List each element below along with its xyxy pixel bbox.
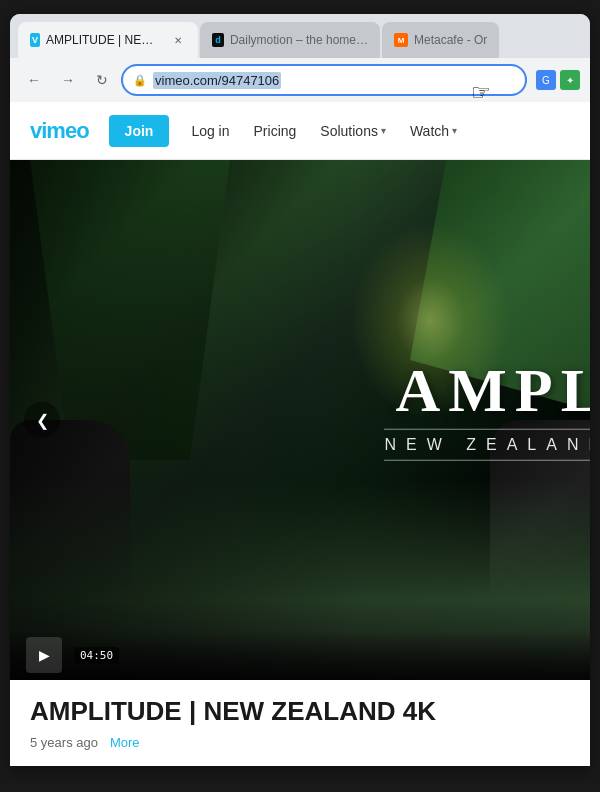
reload-button[interactable]: ↻ [88,66,116,94]
pricing-link[interactable]: Pricing [244,115,307,147]
vimeo-navbar: vimeo Join Log in Pricing Solutions ▾ Wa… [10,102,590,160]
extensions-area: G ✦ [536,70,580,90]
tab-dailymotion[interactable]: d Dailymotion – the home for vid [200,22,380,58]
join-button[interactable]: Join [109,115,170,147]
video-meta: 5 years ago More [30,735,570,750]
url-highlighted: vimeo.com/94747106 [153,72,281,89]
watch-link[interactable]: Watch ▾ [400,115,467,147]
video-overlay-subtitle: NEW ZEALAND [384,429,590,461]
login-link[interactable]: Log in [181,115,239,147]
upload-time: 5 years ago [30,735,98,750]
tab-vimeo[interactable]: V AMPLITUDE | NEW ZEALAND ✕ [18,22,198,58]
play-button[interactable]: ▶ [26,637,62,673]
video-controls-bar: ▶ 04:50 [10,630,590,680]
play-icon: ▶ [39,647,50,663]
page-content: AMPLITUDE | NEW ZEALAND 4K 5 years ago M… [10,680,590,766]
nav-links: Join Log in Pricing Solutions ▾ Watch ▾ [109,115,570,147]
forward-button[interactable]: → [54,66,82,94]
video-prev-button[interactable]: ❮ [24,402,60,438]
video-duration-badge: 04:50 [74,647,119,664]
tab-metacafe-label: Metacafe - Or [414,33,487,47]
video-title-overlay: AMPL NEW ZEALAND [384,359,590,461]
more-link[interactable]: More [110,735,140,750]
address-input[interactable]: 🔒 vimeo.com/94747106 ☞ [122,65,526,95]
vimeo-logo[interactable]: vimeo [30,118,89,144]
chrome-extension-icon-2[interactable]: ✦ [560,70,580,90]
tab-metacafe[interactable]: M Metacafe - Or [382,22,499,58]
vimeo-logo-text: vimeo [30,118,89,144]
solutions-link[interactable]: Solutions ▾ [310,115,396,147]
lock-icon: 🔒 [133,74,147,87]
url-text: vimeo.com/94747106 [153,73,515,88]
metacafe-favicon-icon: M [394,33,408,47]
solutions-chevron-icon: ▾ [381,125,386,136]
video-player[interactable]: AMPL NEW ZEALAND ❮ ▶ 04:50 [10,160,590,680]
back-button[interactable]: ← [20,66,48,94]
watch-chevron-icon: ▾ [452,125,457,136]
tab-vimeo-close-icon[interactable]: ✕ [170,32,186,48]
dailymotion-favicon-icon: d [212,33,224,47]
vimeo-favicon-icon: V [30,33,40,47]
address-bar-row: ← → ↻ 🔒 vimeo.com/94747106 ☞ G ✦ [10,58,590,102]
tab-vimeo-label: AMPLITUDE | NEW ZEALAND [46,33,164,47]
chrome-extension-icon-1[interactable]: G [536,70,556,90]
page-title: AMPLITUDE | NEW ZEALAND 4K [30,696,570,727]
tab-dailymotion-label: Dailymotion – the home for vid [230,33,368,47]
video-overlay-title: AMPL [384,359,590,421]
